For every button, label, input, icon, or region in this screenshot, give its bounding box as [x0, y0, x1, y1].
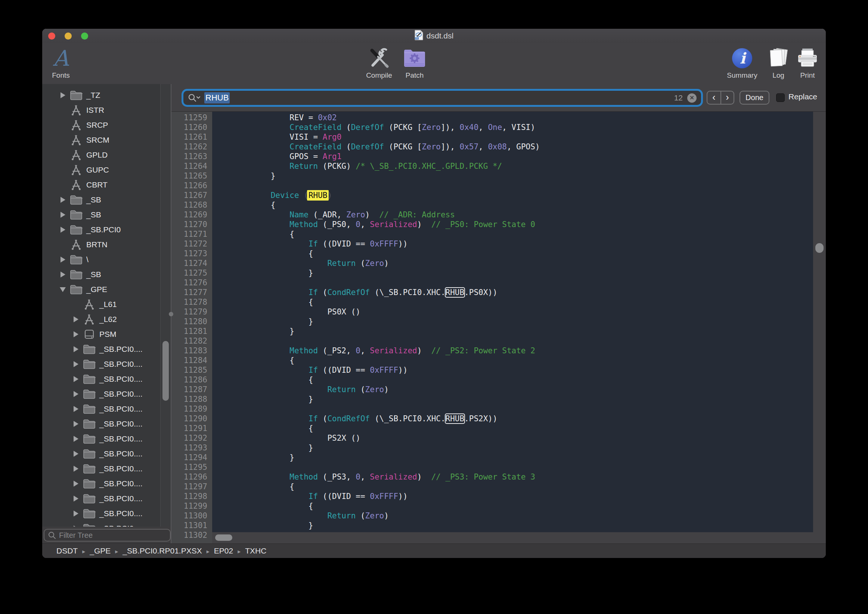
fonts-button[interactable]: A Fonts — [42, 46, 81, 79]
search-menu-icon[interactable] — [188, 93, 201, 102]
tree-item-sbpci0[interactable]: _SB.PCI0.... — [42, 357, 170, 372]
tree-item-l62[interactable]: _L62 — [42, 312, 170, 327]
disclosure-collapsed-icon[interactable] — [70, 316, 81, 323]
replace-checkbox[interactable] — [776, 93, 785, 102]
tree-item-sbpci0[interactable]: _SB.PCI0.... — [42, 372, 170, 386]
tree-item-sbpci0[interactable]: _SB.PCI0.... — [42, 342, 170, 357]
breadcrumb-item[interactable]: _GPE — [90, 546, 110, 555]
tree-item-sb[interactable]: _SB — [42, 267, 170, 282]
tree-item-srcm[interactable]: SRCM — [42, 133, 170, 147]
tree-item-sbpci0[interactable]: _SB.PCI0.... — [42, 402, 170, 416]
find-match-current: RHUB — [446, 414, 465, 423]
tree-item-[interactable]: \ — [42, 252, 170, 267]
disclosure-collapsed-icon[interactable] — [57, 271, 68, 278]
disclosure-collapsed-icon[interactable] — [70, 406, 81, 412]
tree-item-sb[interactable]: _SB — [42, 207, 170, 222]
summary-button[interactable]: i Summary — [722, 46, 763, 79]
disclosure-collapsed-icon[interactable] — [57, 92, 68, 98]
folder-icon — [81, 344, 97, 354]
folder-icon — [68, 254, 84, 265]
disclosure-collapsed-icon[interactable] — [70, 466, 81, 472]
disclosure-collapsed-icon[interactable] — [70, 331, 81, 337]
tree-item-sbpci0[interactable]: _SB.PCI0.... — [42, 491, 170, 506]
tree-item-label: PSM — [99, 330, 116, 339]
line-number: 11284 — [171, 355, 207, 365]
tree-item-sbpci0[interactable]: _SB.PCI0 — [42, 222, 170, 237]
tree-item-sbpci0[interactable]: _SB.PCI0.... — [42, 446, 170, 461]
tree-item-sbpci0[interactable]: _SB.PCI0.... — [42, 521, 170, 527]
disclosure-collapsed-icon[interactable] — [57, 197, 68, 203]
folder-icon — [81, 359, 97, 369]
tree-item-psm[interactable]: PSM — [42, 327, 170, 342]
filter-tree-input[interactable]: Filter Tree — [44, 529, 170, 541]
breadcrumb-item[interactable]: EP02 — [214, 546, 233, 555]
folder-icon — [81, 374, 97, 384]
disclosure-collapsed-icon[interactable] — [57, 212, 68, 218]
disclosure-collapsed-icon[interactable] — [57, 227, 68, 233]
horizontal-scrollbar-thumb[interactable] — [215, 535, 232, 541]
tree-item-sbpci0[interactable]: _SB.PCI0.... — [42, 461, 170, 476]
disclosure-collapsed-icon[interactable] — [70, 481, 81, 487]
disclosure-expanded-icon[interactable] — [57, 287, 68, 292]
disclosure-collapsed-icon[interactable] — [70, 436, 81, 442]
find-input[interactable]: RHUB 12 ✕ — [183, 91, 701, 105]
compile-button[interactable]: Compile — [358, 46, 400, 79]
tree-item-sbpci0[interactable]: _SB.PCI0.... — [42, 386, 170, 402]
clear-search-button[interactable]: ✕ — [687, 93, 697, 103]
editor-scrollbar-track[interactable] — [813, 112, 826, 543]
line-number: 11266 — [171, 181, 207, 191]
disclosure-collapsed-icon[interactable] — [57, 257, 68, 262]
tree-item-label: _SB.PCI0.... — [99, 360, 143, 369]
tree-item-brtn[interactable]: BRTN — [42, 237, 170, 252]
method-icon — [68, 105, 84, 116]
compile-tools-icon — [367, 46, 391, 71]
titlebar[interactable]: DSL dsdt.dsl — [42, 29, 826, 43]
disclosure-collapsed-icon[interactable] — [70, 451, 81, 457]
disclosure-collapsed-icon[interactable] — [70, 346, 81, 352]
disclosure-collapsed-icon[interactable] — [70, 510, 81, 516]
sidebar-scrollbar-track[interactable] — [160, 84, 170, 527]
tree-item-srcp[interactable]: SRCP — [42, 118, 170, 133]
print-button[interactable]: Print — [787, 46, 826, 79]
find-next-button[interactable]: › — [721, 91, 733, 104]
done-button[interactable]: Done — [739, 91, 769, 105]
folder-icon — [81, 434, 97, 444]
tree-item-sbpci0[interactable]: _SB.PCI0.... — [42, 416, 170, 431]
editor-scrollbar-thumb[interactable] — [815, 243, 823, 253]
disclosure-collapsed-icon[interactable] — [70, 496, 81, 502]
patch-button[interactable]: Patch — [394, 46, 435, 79]
code-line: PS0X () — [214, 307, 813, 317]
sidebar-scrollbar-thumb[interactable] — [163, 341, 169, 401]
code-line: } — [214, 453, 813, 462]
tree-item-gupc[interactable]: GUPC — [42, 163, 170, 177]
tree-item-istr[interactable]: ISTR — [42, 103, 170, 118]
tree-item-l61[interactable]: _L61 — [42, 297, 170, 312]
breadcrumb-item[interactable]: TXHC — [245, 546, 266, 555]
find-previous-button[interactable]: ‹ — [707, 91, 721, 104]
tree-item-cbrt[interactable]: CBRT — [42, 177, 170, 192]
tree-item-sbpci0[interactable]: _SB.PCI0.... — [42, 506, 170, 521]
disclosure-collapsed-icon[interactable] — [70, 376, 81, 382]
tree-item-gpe[interactable]: _GPE — [42, 282, 170, 297]
symbol-tree[interactable]: _TZISTRSRCPSRCMGPLDGUPCCBRT_SB_SB_SB.PCI… — [42, 84, 170, 527]
split-handle[interactable] — [169, 312, 173, 316]
breadcrumb-item[interactable]: _SB.PCI0.RP01.PXSX — [122, 546, 202, 555]
code-line: REV = 0x02 — [214, 113, 813, 122]
line-number: 11283 — [171, 346, 207, 355]
tree-item-sbpci0[interactable]: _SB.PCI0.... — [42, 431, 170, 446]
code-line — [214, 336, 813, 346]
disclosure-collapsed-icon[interactable] — [70, 391, 81, 397]
tree-item-sb[interactable]: _SB — [42, 192, 170, 207]
tree-item-sbpci0[interactable]: _SB.PCI0.... — [42, 476, 170, 491]
code-editor[interactable]: REV = 0x02 CreateField (DerefOf (PCKG [Z… — [212, 112, 813, 543]
tree-item-tz[interactable]: _TZ — [42, 88, 170, 103]
horizontal-scrollbar[interactable] — [212, 532, 813, 543]
code-line: If ((DVID == 0xFFFF)) — [214, 365, 813, 375]
method-icon — [81, 299, 97, 310]
fonts-icon: A — [50, 46, 71, 71]
tree-item-gpld[interactable]: GPLD — [42, 147, 170, 163]
disclosure-collapsed-icon[interactable] — [70, 361, 81, 367]
breadcrumb-item[interactable]: DSDT — [56, 546, 78, 555]
disclosure-collapsed-icon[interactable] — [70, 421, 81, 427]
line-number: 11270 — [171, 220, 207, 229]
